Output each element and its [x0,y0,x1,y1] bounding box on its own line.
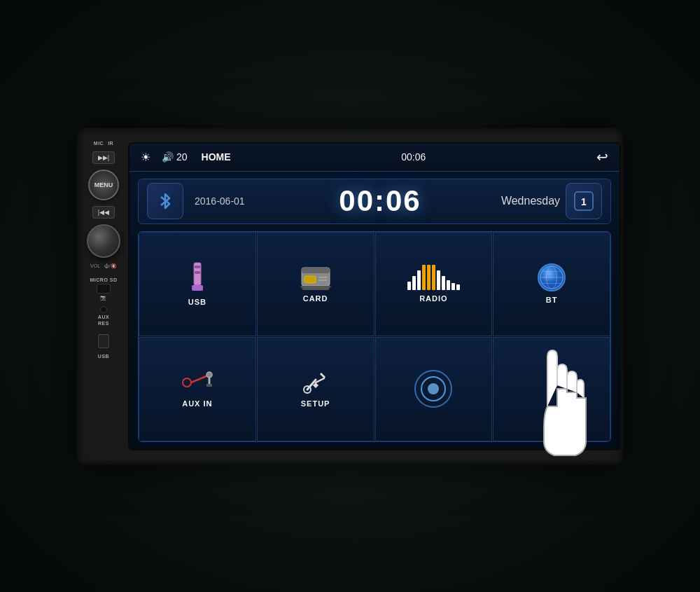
touch-menu-item[interactable] [375,337,493,441]
svg-rect-21 [206,384,212,387]
outer-ring [414,370,452,408]
aux-icon [181,370,214,395]
menu-button[interactable]: MENU [88,170,119,200]
vol-power-labels: VOL ⏻/🔇 [90,263,117,269]
bt-label: BT [546,296,558,304]
vol-label: VOL [90,263,100,269]
aux-label: AUX [98,315,109,319]
aux-in-label: AUX IN [182,399,212,408]
usb-menu-item[interactable]: USB [139,232,256,336]
micro-sd-label: MICRO SD [90,277,118,282]
day-display: Wednesday [496,195,566,207]
svg-rect-4 [195,266,200,268]
empty-menu-item [493,337,610,441]
micro-sd-slot[interactable] [97,284,111,294]
mode-label: HOME [202,151,231,163]
bt-globe-icon [538,263,566,291]
status-bar: ☀ 🔊 20 HOME 00:06 ↩ [130,144,620,172]
radio-label: RADIO [419,294,447,303]
inner-ring [421,376,446,401]
volume-indicator: 🔊 20 [162,151,188,163]
svg-point-17 [183,378,191,387]
svg-rect-7 [302,268,330,273]
status-time: 00:06 [242,151,585,163]
sd-icon-label: 📷 [100,295,107,301]
card-label: CARD [303,294,328,303]
menu-grid: USB CARD [138,231,611,442]
skip-forward-button[interactable]: ▶▶| [92,151,115,164]
svg-line-18 [191,376,208,383]
radio-menu-item[interactable]: RADIO [375,232,493,336]
touch-indicator [414,370,452,408]
skip-back-button[interactable]: |◀◀ [92,206,115,219]
micro-sd-area: MICRO SD 📷 [90,277,118,301]
power-label: ⏻/🔇 [104,263,117,269]
usb-icon [185,261,210,294]
bluetooth-status-icon[interactable] [147,183,183,219]
radio-icon [407,265,460,290]
bt-menu-item[interactable]: BT [493,232,610,336]
svg-rect-8 [304,276,316,283]
volume-knob[interactable] [87,224,120,258]
back-button[interactable]: ↩ [596,149,608,165]
date-display: 2016-06-01 [195,195,265,207]
card-menu-item[interactable]: CARD [257,232,374,336]
main-time-display: 00:06 [265,184,496,218]
mic-ir-row: MIC IR [94,141,113,146]
mic-label: MIC [94,141,104,146]
usb-bottom-label: USB [98,354,109,359]
signal-icon-box[interactable]: 1 [566,183,602,219]
setup-label: SETUP [301,399,330,408]
res-label: RES [98,321,109,326]
aux-jack[interactable] [100,306,107,313]
ir-label: IR [108,141,113,146]
main-content: 2016-06-01 00:06 Wednesday 1 [130,172,620,449]
svg-rect-3 [192,285,203,291]
aux-in-menu-item[interactable]: AUX IN [139,337,256,441]
left-control-panel: MIC IR ▶▶| MENU |◀◀ VOL ⏻/🔇 MICRO SD 📷 A… [79,130,128,462]
usb-label: USB [188,298,206,306]
brightness-icon: ☀ [141,151,150,164]
car-stereo-device: MIC IR ▶▶| MENU |◀◀ VOL ⏻/🔇 MICRO SD 📷 A… [77,128,623,464]
volume-level: 20 [176,151,188,163]
center-dot [428,383,439,394]
setup-menu-item[interactable]: SETUP [257,337,374,441]
aux-area: AUX RES [98,306,109,326]
setup-icon [300,370,331,395]
info-bar: 2016-06-01 00:06 Wednesday 1 [138,179,611,224]
card-icon [300,265,331,290]
usb-port[interactable] [98,334,109,348]
svg-line-23 [316,378,324,383]
svg-rect-5 [195,271,200,274]
svg-text:1: 1 [581,196,587,207]
volume-icon-symbol: 🔊 [162,151,174,163]
screen: ☀ 🔊 20 HOME 00:06 ↩ 2016-06-01 00:06 Wed… [128,142,621,450]
